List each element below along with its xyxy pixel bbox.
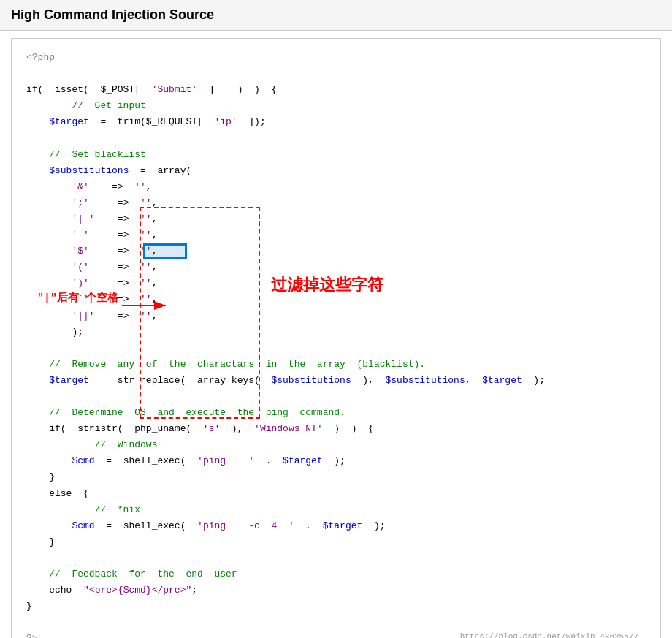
code-line-6: $substitutions = array( (26, 163, 646, 179)
code-line-28: // Feedback for the end user (26, 566, 646, 582)
code-line-7: '&' => '', (26, 179, 646, 195)
code-line-15: '||' => '', (26, 308, 646, 324)
code-line-30: } (26, 599, 646, 615)
code-line-26: $cmd = shell_exec( 'ping -c 4 ' . $targe… (26, 518, 646, 534)
code-line-11: '$' => '', (26, 243, 646, 259)
code-line-19: // Determine OS and execute the ping com… (26, 405, 646, 421)
code-line-17: // Remove any of the charactars in the a… (26, 357, 646, 373)
code-line-21: // Windows (26, 437, 646, 453)
filter-label: 过滤掉这些字符 (271, 273, 383, 300)
pipe-arrow-label: "|"后有 个空格 (37, 291, 118, 308)
code-line-24: else { (26, 486, 646, 502)
code-container: <?php if( isset( $_POST[ 'Submit' ] ) ) … (11, 38, 661, 638)
code-line-2: if( isset( $_POST[ 'Submit' ] ) ) { (26, 82, 646, 98)
code-line-blank-6 (26, 615, 646, 631)
code-line-blank-4 (26, 389, 646, 405)
code-line-10: '-' => '', (26, 227, 646, 243)
code-line-25: // *nix (26, 502, 646, 518)
arrow-icon (122, 295, 173, 316)
code-block: <?php if( isset( $_POST[ 'Submit' ] ) ) … (26, 50, 646, 638)
code-line-blank-5 (26, 550, 646, 566)
page-title: High Command Injection Source (0, 0, 672, 31)
code-line-blank-1 (26, 66, 646, 82)
watermark: https://blog.csdn.net/weixin_43625577 (460, 630, 638, 638)
code-line-22: $cmd = shell_exec( 'ping ' . $target ); (26, 453, 646, 469)
code-line-20: if( stristr( php_uname( 's' ), 'Windows … (26, 421, 646, 437)
code-line-1: <?php (26, 50, 646, 66)
code-line-8: ';' => '', (26, 195, 646, 211)
code-line-3: // Get input (26, 98, 646, 114)
code-line-23: } (26, 469, 646, 485)
code-line-27: } (26, 534, 646, 550)
code-line-29: echo "<pre>{$cmd}</pre>"; (26, 582, 646, 599)
code-line-18: $target = str_replace( array_keys( $subs… (26, 373, 646, 389)
pipe-label-text: "|"后有 个空格 (37, 291, 118, 308)
code-line-5: // Set blacklist (26, 147, 646, 163)
code-line-blank-3 (26, 341, 646, 357)
code-line-blank-2 (26, 130, 646, 146)
code-line-4: $target = trim($_REQUEST[ 'ip' ]); (26, 114, 646, 130)
code-line-16: ); (26, 324, 646, 341)
code-line-9: '| ' => '', (26, 211, 646, 227)
